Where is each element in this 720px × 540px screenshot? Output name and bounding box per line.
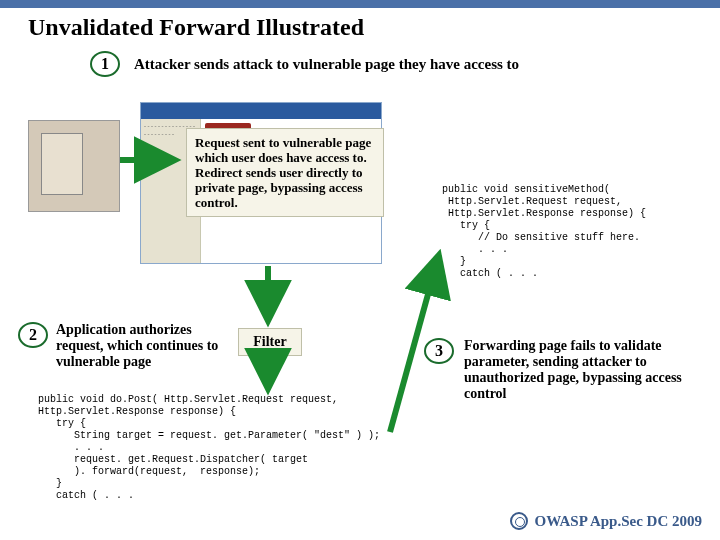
attacker-image	[28, 120, 120, 212]
step-3-label: Forwarding page fails to validate parame…	[464, 338, 704, 402]
step-2-row: 2 Application authorizes request, which …	[18, 322, 236, 370]
browser-titlebar	[141, 103, 381, 119]
request-callout: Request sent to vulnerable page which us…	[186, 128, 384, 217]
step-3-row: 3 Forwarding page fails to validate para…	[424, 338, 704, 402]
step-1-row: 1 Attacker sends attack to vulnerable pa…	[90, 51, 720, 77]
footer-text: OWASP App.Sec DC 2009	[534, 513, 702, 530]
sensitive-method-code: public void sensitiveMethod( Http.Servle…	[442, 184, 708, 280]
filter-label: Filter	[253, 334, 286, 350]
step-1-label: Attacker sends attack to vulnerable page…	[134, 56, 519, 73]
filter-box: Filter	[238, 328, 302, 356]
slide-footer: OWASP App.Sec DC 2009	[510, 512, 702, 530]
step-1-badge: 1	[90, 51, 120, 77]
step-2-label: Application authorizes request, which co…	[56, 322, 236, 370]
step-2-badge: 2	[18, 322, 48, 348]
step-3-badge: 3	[424, 338, 454, 364]
slide-title: Unvalidated Forward Illustrated	[28, 14, 720, 41]
owasp-logo-icon	[510, 512, 528, 530]
top-color-bar	[0, 0, 720, 8]
dopost-code: public void do.Post( Http.Servlet.Reques…	[38, 394, 430, 502]
